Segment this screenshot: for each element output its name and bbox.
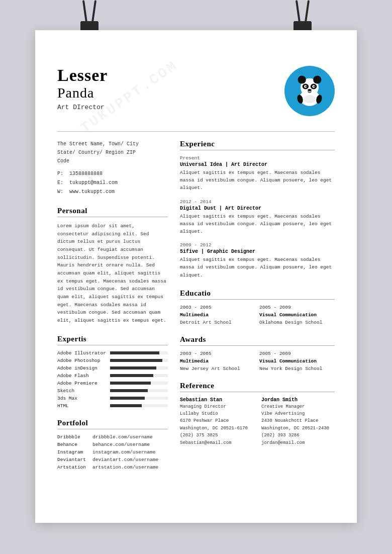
portfolio-row: Instagram instagram.com/username (57, 449, 168, 455)
skill-row: HTML (57, 403, 168, 409)
contact-website: W: www.tukuppt.com (57, 188, 168, 197)
portfolio-row: Dribbble dribbble.com/username (57, 434, 168, 440)
exp-desc: Aliquet sagittis ex tempus eget. Maecena… (180, 256, 335, 279)
awards-grid: 2003 - 20052005 - 2009MultimediaVisual C… (180, 351, 335, 372)
reference-section: Reference Sebastian Stan Managing Direct… (180, 382, 335, 446)
skill-bar-bg (110, 359, 168, 362)
skill-bar-bg (110, 404, 168, 407)
right-column: Experienc Present Universal Idea | Art D… (180, 140, 335, 480)
awards-section: Awards 2003 - 20052005 - 2009MultimediaV… (180, 335, 335, 372)
portfolio-section: Portfolol Dribbble dribbble.com/username… (57, 419, 168, 470)
name-block: Lesser Panda Art DIrector (57, 66, 108, 111)
skill-row: Adobe Premiere (57, 381, 168, 386)
edu-year: 2003 - 2005 (180, 305, 255, 310)
award-cell: New Jersey Art School (180, 366, 255, 372)
skill-row: Adobe Illustrator (57, 350, 168, 356)
contact-phone: P: 13588888888 (57, 169, 168, 178)
personal-text: Lorem ipsum dolor sit amet, consectetur … (57, 222, 168, 325)
exp-desc: Aliquet sagittis ex tempus eget. Maecena… (180, 213, 335, 236)
skill-name: 3ds Max (57, 396, 110, 401)
portfolio-title: Portfolol (57, 419, 168, 429)
experience-list: Present Universal Idea | Art Director Al… (180, 155, 335, 279)
skill-row: Adobe inDesign (57, 365, 168, 371)
svg-point-2 (298, 75, 306, 83)
ref-detail: Managing DirectorLullaby Studio6170 Pesh… (180, 403, 253, 446)
svg-point-10 (308, 89, 311, 91)
awards-title: Awards (180, 335, 335, 346)
skill-bar-bg (110, 374, 168, 377)
exp-period: 2012 - 2014 (180, 199, 335, 205)
exp-period: 2009 - 2012 (180, 242, 335, 248)
experience-block: 2012 - 2014 Digital Dust | Art Director … (180, 199, 335, 236)
page-wrapper: TUKUPPT.COM Lesser Panda Art DIrector (0, 0, 392, 554)
exp-role: 5ifive | Graphic Designer (180, 249, 335, 254)
avatar-circle (284, 66, 335, 116)
edu-program: Visual Communication (259, 312, 335, 318)
skill-bar-bg (110, 382, 168, 385)
award-cell: 2005 - 2009 (259, 351, 335, 356)
portfolio-list: Dribbble dribbble.com/username Behance b… (57, 434, 168, 470)
award-cell: Multimedia (180, 358, 255, 364)
edu-school: Detroit Art School (180, 320, 255, 325)
reference-title: Reference (180, 382, 335, 392)
skill-name: Adobe Photoshop (57, 358, 110, 363)
portfolio-label: Dribbble (57, 434, 92, 440)
skill-bar-fill (110, 404, 142, 407)
experience-title: Experienc (180, 140, 335, 150)
skill-row: Sketch (57, 388, 168, 394)
svg-point-3 (313, 75, 321, 83)
portfolio-row: Behance behance.com/username (57, 442, 168, 447)
portfolio-link: deviantart.com/username (92, 457, 158, 463)
contact-section: The Street Name, Town/ City State/ Count… (57, 140, 168, 197)
education-title: Educatio (180, 289, 335, 300)
portfolio-label: Instagram (57, 449, 92, 455)
experience-block: 2009 - 2012 5ifive | Graphic Designer Al… (180, 242, 335, 279)
left-column: The Street Name, Town/ City State/ Count… (57, 140, 168, 480)
exp-role: Universal Idea | Art Director (180, 162, 335, 167)
skill-name: Adobe Flash (57, 373, 110, 379)
portfolio-link: artstation.com/username (92, 465, 158, 470)
portfolio-row: Artstation artstation.com/username (57, 465, 168, 470)
skills-title: Expertis (57, 335, 168, 345)
portfolio-link: instagram.com/username (92, 449, 155, 455)
svg-point-11 (304, 95, 315, 103)
svg-point-9 (314, 86, 315, 87)
ref-name: Sebastian Stan (180, 397, 253, 403)
resume-paper: TUKUPPT.COM Lesser Panda Art DIrector (35, 30, 357, 523)
last-name: Panda (57, 84, 108, 102)
skill-row: Adobe Flash (57, 373, 168, 379)
award-cell: Visual Communication (259, 358, 335, 364)
personal-section: Personal Lorem ipsum dolor sit amet, con… (57, 207, 168, 325)
portfolio-link: dribbble.com/username (92, 434, 153, 440)
portfolio-label: Artstation (57, 465, 92, 470)
skill-bar-fill (110, 351, 159, 354)
edu-program: Multimedia (180, 312, 255, 318)
portfolio-label: Deviantart (57, 457, 92, 463)
skill-bar-fill (110, 397, 145, 400)
skill-bar-fill (110, 374, 153, 377)
exp-role: Digital Dust | Art Director (180, 206, 335, 211)
reference-col: Sebastian Stan Managing DirectorLullaby … (180, 397, 253, 446)
contact-address: The Street Name, Town/ City State/ Count… (57, 140, 168, 165)
skill-name: Sketch (57, 388, 110, 394)
job-title: Art DIrector (57, 104, 108, 111)
ref-name: Jordan Smith (261, 397, 335, 403)
education-section: Educatio 2003 - 20052005 - 2009Multimedi… (180, 289, 335, 325)
skills-section: Expertis Adobe Illustrator Adobe Photosh… (57, 335, 168, 409)
edu-school: Oklahoma Design School (259, 320, 335, 325)
reference-col: Jordan Smith Creative ManagerVibe Advert… (261, 397, 335, 446)
skill-bar-fill (110, 389, 148, 392)
experience-section: Experienc Present Universal Idea | Art D… (180, 140, 335, 279)
svg-point-8 (305, 86, 307, 87)
resume-header: Lesser Panda Art DIrector (57, 66, 335, 116)
skill-bar-bg (110, 397, 168, 400)
skill-name: Adobe inDesign (57, 365, 110, 371)
skill-name: Adobe Illustrator (57, 350, 110, 356)
header-divider (57, 131, 335, 132)
exp-period: Present (180, 155, 335, 161)
panda-icon (291, 73, 328, 109)
first-name: Lesser (57, 66, 108, 84)
content-columns: The Street Name, Town/ City State/ Count… (57, 140, 335, 480)
portfolio-link: behance.com/username (92, 442, 150, 447)
ref-detail: Creative ManagerVibe Advertising2430 Nou… (261, 403, 335, 446)
